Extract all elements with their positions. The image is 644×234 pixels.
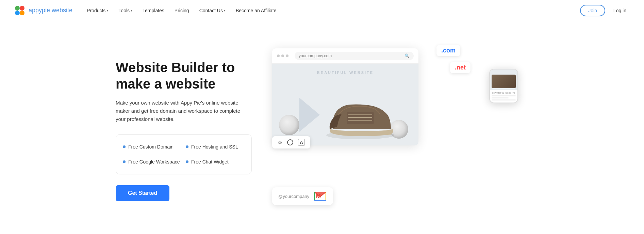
contact-chevron-icon: ▾ [224,9,226,12]
nav-item-templates[interactable]: Templates [138,5,168,16]
svg-text:M: M [316,193,321,200]
arrow-shape [299,98,320,132]
svg-point-0 [15,6,20,11]
feature-hosting-ssl: Free Hosting and SSL [186,141,245,152]
nav-affiliate-label: Become an Affiliate [236,8,277,13]
tools-chevron-icon: ▾ [131,9,132,12]
feature-chat-widget: Free Chat Widget [186,156,245,167]
gmail-icon: M [313,191,327,202]
hero-title: Website Builder to make a website [116,59,259,92]
feature-custom-domain-label: Free Custom Domain [128,144,174,150]
browser-dots [277,54,288,57]
feature-google-workspace: Free Google Workspace [123,156,182,167]
mobile-line-1 [492,95,516,96]
get-started-button[interactable]: Get Started [116,185,169,201]
svg-point-1 [20,6,24,11]
search-icon: 🔍 [404,53,410,58]
browser-mockup: yourcompany.com 🔍 [272,48,418,145]
join-button[interactable]: Join [580,5,605,16]
logo-text: appypie website [29,7,72,14]
browser-dot-3 [286,54,288,57]
nav-item-products[interactable]: Products ▾ [83,5,112,16]
browser-bar: yourcompany.com 🔍 [272,48,418,64]
circle-icon [287,139,293,145]
svg-point-3 [20,11,24,15]
email-placeholder-text: @yourcompany [278,194,309,199]
settings-bar: ⚙ A [272,136,310,149]
browser-content: BEAUTIFUL WEBSITE [272,64,418,145]
nav-contact-label: Contact Us [199,8,223,13]
features-grid: Free Custom Domain Free Hosting and SSL … [116,134,252,174]
hero-section: Website Builder to make a website Make y… [0,21,644,232]
logo-product: website [52,7,72,14]
hero-content: Website Builder to make a website Make y… [116,59,259,201]
hero-illustration: .com .net yourcompany.com 🔍 [259,42,528,219]
nav-item-pricing[interactable]: Pricing [170,5,193,16]
appypie-logo-icon [14,4,26,17]
main-nav: appypie website Products ▾ Tools ▾ Templ… [0,0,644,21]
text-icon: A [298,139,305,146]
browser-url-bar: yourcompany.com 🔍 [295,52,414,60]
mobile-shoe-img [492,75,516,88]
nav-item-tools[interactable]: Tools ▾ [114,5,136,16]
nav-left: appypie website Products ▾ Tools ▾ Templ… [14,4,281,17]
svg-rect-5 [347,112,374,124]
hero-description: Make your own website with Appy Pie's on… [116,99,242,123]
url-text: yourcompany.com [299,53,332,58]
svg-point-2 [15,11,20,15]
mobile-line-3 [492,99,516,100]
mobile-line-2 [492,97,509,98]
nav-templates-label: Templates [143,8,164,13]
shoe-illustration [323,84,398,145]
mobile-body: BEAUTIFUL WEBSITE [490,90,517,103]
nav-right: Join Log in [580,5,630,16]
website-label: BEAUTIFUL WEBSITE [317,71,374,75]
nav-products-label: Products [87,8,105,13]
nav-item-contact[interactable]: Contact Us ▾ [195,5,230,16]
feature-google-workspace-label: Free Google Workspace [128,159,180,165]
nav-item-affiliate[interactable]: Become an Affiliate [232,5,281,16]
mobile-header [490,69,517,90]
browser-dot-2 [281,54,284,57]
feature-custom-domain: Free Custom Domain [123,141,182,152]
feature-hosting-ssl-label: Free Hosting and SSL [191,144,238,150]
domain-net-badge: .net [450,62,470,73]
browser-dot-1 [277,54,280,57]
nav-pricing-label: Pricing [175,8,189,13]
logo-brand: appypie [29,7,50,14]
logo[interactable]: appypie website [14,4,72,17]
mobile-website-label: BEAUTIFUL WEBSITE [492,92,516,94]
nav-links: Products ▾ Tools ▾ Templates Pricing Con… [83,5,280,16]
gear-icon: ⚙ [278,139,282,146]
products-chevron-icon: ▾ [106,9,108,12]
nav-tools-label: Tools [118,8,130,13]
domain-com-badge: .com [436,45,460,56]
geo-sphere-small [279,115,299,135]
email-card: @yourcompany M [272,187,333,205]
mobile-mockup: BEAUTIFUL WEBSITE [489,69,518,103]
feature-chat-widget-label: Free Chat Widget [191,159,229,165]
login-button[interactable]: Log in [609,5,630,16]
